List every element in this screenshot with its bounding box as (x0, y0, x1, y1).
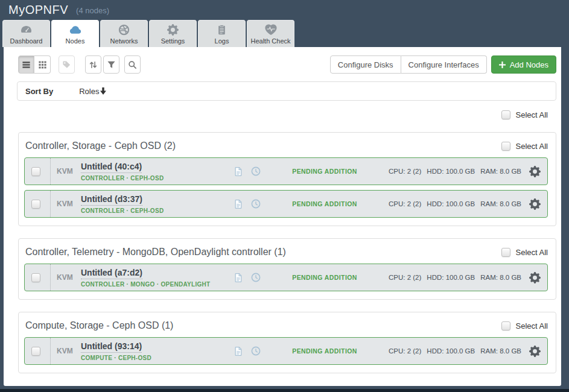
manage-labels-button[interactable] (59, 55, 75, 74)
tab-nodes[interactable]: Nodes (51, 20, 99, 47)
group-select-all: Select All (501, 321, 548, 330)
gear-icon (167, 24, 179, 36)
toolbar-actions: Configure Disks Configure Interfaces Add… (330, 55, 556, 74)
node-divider (50, 338, 51, 364)
select-all-row: Select All (18, 110, 556, 120)
tab-logs[interactable]: Logs (198, 20, 246, 47)
clock-icon[interactable] (251, 346, 261, 356)
node-divider (50, 264, 51, 291)
node-hdd-stat: HDD: 100.0 GB (427, 274, 475, 281)
node-divider (50, 191, 51, 217)
node-stats: CPU: 2 (2) HDD: 100.0 GB RAM: 8.0 GB (389, 347, 521, 355)
document-icon[interactable] (234, 273, 243, 283)
clock-icon[interactable] (251, 273, 261, 282)
window-bottom-edge (0, 389, 569, 392)
node-stats: CPU: 2 (2) HDD: 100.0 GB RAM: 8.0 GB (389, 200, 521, 207)
tab-settings[interactable]: Settings (149, 20, 197, 47)
node-hdd-stat: HDD: 100.0 GB (427, 347, 475, 355)
node-hdd-stat: HDD: 100.0 GB (427, 200, 475, 207)
globe-icon (118, 24, 130, 36)
node-row[interactable]: KVM Untitled (d3:37) CONTROLLER · CEPH-O… (24, 190, 548, 218)
clock-icon[interactable] (251, 166, 261, 176)
node-cpu-stat: CPU: 2 (2) (389, 200, 421, 207)
node-row[interactable]: KVM Untitled (a7:d2) CONTROLLER · MONGO … (24, 264, 548, 291)
node-checkbox[interactable] (31, 347, 40, 356)
node-hypervisor-label: KVM (57, 347, 74, 355)
node-name-block: Untitled (a7:d2) CONTROLLER · MONGO · OP… (81, 267, 234, 287)
sort-nodes-button[interactable] (85, 55, 101, 74)
tab-dashboard[interactable]: Dashboard (2, 20, 50, 47)
node-group: Controller, Storage - Ceph OSD (2) Selec… (18, 132, 556, 226)
content-panel: Configure Disks Configure Interfaces Add… (4, 47, 561, 386)
node-groups: Controller, Storage - Ceph OSD (2) Selec… (18, 132, 556, 373)
plus-icon (499, 62, 506, 68)
add-nodes-button[interactable]: Add Nodes (491, 55, 556, 74)
configure-interfaces-button[interactable]: Configure Interfaces (401, 55, 487, 74)
node-roles: CONTROLLER · MONGO · OPENDAYLIGHT (81, 281, 234, 288)
cluster-title: MyOPNFV (8, 3, 68, 17)
app-window: MyOPNFV (4 nodes) Dashboard Nodes Networ… (0, 0, 569, 47)
node-checkbox[interactable] (31, 200, 40, 209)
node-hdd-stat: HDD: 100.0 GB (427, 168, 475, 175)
gear-icon[interactable] (529, 272, 541, 283)
sort-roles-control[interactable]: Roles (79, 87, 106, 96)
configure-disks-button[interactable]: Configure Disks (330, 55, 401, 74)
node-management-toolbar: Configure Disks Configure Interfaces Add… (18, 55, 556, 74)
tab-networks[interactable]: Networks (100, 20, 148, 47)
node-status-badge: PENDING ADDITION (261, 347, 389, 355)
node-group: Controller, Telemetry - MongoDB, OpenDay… (18, 238, 556, 300)
search-nodes-button[interactable] (124, 55, 141, 74)
node-status-badge: PENDING ADDITION (261, 200, 389, 207)
group-select-all: Select All (501, 248, 548, 257)
node-group-rows: KVM Untitled (93:14) COMPUTE · CEPH-OSD … (24, 337, 548, 365)
filter-icon (107, 60, 116, 69)
gear-icon[interactable] (529, 166, 541, 177)
grid-view-button[interactable] (34, 55, 51, 74)
select-all-label: Select All (516, 110, 548, 119)
group-select-all-label: Select All (516, 248, 548, 257)
tab-bar: Dashboard Nodes Networks Settings Logs H… (0, 20, 569, 47)
node-name[interactable]: Untitled (d3:37) (81, 194, 142, 205)
sort-icon (89, 60, 98, 69)
node-ram-stat: RAM: 8.0 GB (480, 200, 521, 207)
node-name-block: Untitled (d3:37) CONTROLLER · CEPH-OSD (81, 194, 234, 213)
document-icon[interactable] (234, 346, 243, 356)
node-checkbox[interactable] (31, 167, 40, 176)
sort-bar: Sort By Roles (17, 81, 556, 101)
tab-health-check[interactable]: Health Check (247, 20, 294, 47)
node-group-title: Compute, Storage - Ceph OSD (1) (25, 320, 173, 331)
node-ram-stat: RAM: 8.0 GB (480, 347, 521, 355)
list-view-button[interactable] (18, 55, 34, 74)
node-hypervisor-label: KVM (57, 200, 74, 208)
configure-group: Configure Disks Configure Interfaces (330, 55, 487, 74)
node-group-title: Controller, Telemetry - MongoDB, OpenDay… (25, 247, 286, 258)
gear-icon[interactable] (529, 346, 541, 357)
node-name-block: Untitled (40:c4) CONTROLLER · CEPH-OSD (81, 161, 234, 181)
group-select-all-label: Select All (516, 142, 548, 151)
grid-view-icon (38, 60, 47, 69)
group-select-all-checkbox[interactable] (501, 248, 510, 257)
group-select-all-label: Select All (516, 321, 548, 330)
node-cpu-stat: CPU: 2 (2) (389, 347, 421, 355)
filter-nodes-button[interactable] (103, 55, 119, 74)
node-row[interactable]: KVM Untitled (40:c4) CONTROLLER · CEPH-O… (24, 157, 548, 185)
node-row[interactable]: KVM Untitled (93:14) COMPUTE · CEPH-OSD … (24, 337, 548, 365)
gear-icon[interactable] (529, 198, 541, 210)
node-name[interactable]: Untitled (40:c4) (81, 162, 142, 172)
node-checkbox[interactable] (31, 273, 40, 282)
cluster-node-count: (4 nodes) (76, 6, 109, 15)
node-name[interactable]: Untitled (93:14) (81, 341, 142, 352)
select-all-checkbox[interactable] (501, 110, 510, 119)
group-select-all-checkbox[interactable] (501, 142, 510, 151)
node-stats: CPU: 2 (2) HDD: 100.0 GB RAM: 8.0 GB (389, 274, 521, 281)
heart-pulse-icon (265, 24, 277, 36)
list-view-icon (22, 60, 31, 69)
cluster-header: MyOPNFV (4 nodes) (0, 0, 569, 20)
document-icon[interactable] (234, 199, 243, 209)
group-select-all-checkbox[interactable] (501, 321, 510, 330)
node-status-badge: PENDING ADDITION (261, 274, 389, 281)
document-icon[interactable] (234, 166, 243, 177)
node-cpu-stat: CPU: 2 (2) (389, 168, 421, 175)
clock-icon[interactable] (251, 199, 261, 209)
node-name[interactable]: Untitled (a7:d2) (81, 268, 142, 279)
